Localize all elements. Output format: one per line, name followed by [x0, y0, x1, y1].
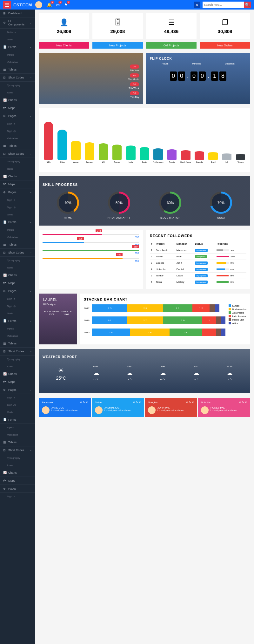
nav-item[interactable]: ⊕Pages⌄ — [0, 485, 35, 493]
nav-subitem[interactable]: Inputs — [0, 424, 35, 431]
nav-item[interactable]: ▦Tables — [0, 142, 35, 150]
nav-subitem[interactable]: Sign Up — [0, 204, 35, 211]
nav-item[interactable]: ⊡Short Codes⌄ — [0, 446, 35, 454]
collapse-button[interactable]: ✕ — [194, 2, 200, 8]
nav-subitem[interactable]: Sign In — [0, 295, 35, 302]
stat-label-button[interactable]: New Clients — [39, 42, 89, 49]
bar3d: Canada — [193, 151, 205, 163]
nav-subitem[interactable]: Validation — [0, 431, 35, 438]
nav-item[interactable]: 📈Charts — [0, 96, 35, 104]
nav-subitem[interactable]: Typography — [0, 158, 35, 165]
nav-subitem[interactable]: Icons — [0, 363, 35, 370]
search-button[interactable]: 🔍 — [244, 2, 251, 8]
social-card[interactable]: Twitter⊕ ✎ ✕JASMIN JOELorem ipsum dolor … — [92, 398, 144, 417]
nav-item[interactable]: 📈Charts — [0, 469, 35, 477]
search-input[interactable] — [203, 2, 244, 8]
nav-subitem[interactable]: Typography — [0, 454, 35, 462]
nav-subitem[interactable]: Grids — [0, 409, 35, 416]
nav-item[interactable]: 📈Charts — [0, 271, 35, 279]
nav-subitem[interactable]: Inputs — [0, 325, 35, 332]
nav-item[interactable]: ▦Tables — [0, 66, 35, 74]
nav-item[interactable]: 📄Forms⌄ — [0, 43, 35, 51]
nav-item[interactable]: ⊞Dashboard — [0, 10, 35, 17]
stacked-segment: 2.6 — [92, 316, 127, 324]
nav-subitem[interactable]: Icons — [0, 264, 35, 271]
social-card[interactable]: Google+⊕ ✎ ✕JOHN PALLorem ipsum dolor si… — [145, 398, 197, 417]
nav-item[interactable]: 🗺Maps — [0, 477, 35, 485]
nav-item[interactable]: 📄Forms⌄ — [0, 317, 35, 325]
nav-item[interactable]: ▦Tables — [0, 340, 35, 348]
skill-item: 70%CSS3 — [210, 192, 232, 219]
nav-item[interactable]: ▦Tables — [0, 241, 35, 249]
nav-subitem[interactable]: Icons — [0, 165, 35, 173]
flag-icon[interactable]: ⚑9 — [64, 3, 68, 7]
nav-item[interactable]: 📄Forms⌄ — [0, 218, 35, 226]
nav-subitem[interactable]: Icons — [0, 89, 35, 96]
stacked-segment — [215, 304, 219, 312]
nav-subitem[interactable]: Sign In — [0, 394, 35, 401]
nav-item[interactable]: 🗺Maps — [0, 279, 35, 287]
mail-icon[interactable]: ✉3 — [56, 3, 60, 7]
time-pill: 40 — [130, 73, 139, 78]
nav-label: UI Components — [8, 20, 28, 26]
nav-subitem[interactable]: Grids — [0, 36, 35, 43]
nav-item[interactable]: 🗺Maps — [0, 180, 35, 188]
nav-subitem[interactable]: Typography — [0, 82, 35, 89]
social-card[interactable]: Dribbble⊕ ✎ ✕HONEY PALLorem ipsum dolor … — [198, 398, 250, 417]
nav-subitem[interactable]: Grids — [0, 211, 35, 218]
social-icons[interactable]: ⊕ ✎ ✕ — [80, 401, 88, 404]
social-icons[interactable]: ⊕ ✎ ✕ — [186, 401, 194, 404]
nav-item[interactable]: ⊡Short Codes⌄ — [0, 249, 35, 257]
avatar[interactable] — [35, 1, 42, 8]
nav-subitem[interactable]: Inputs — [0, 51, 35, 58]
bar3d-label: Russia — [169, 161, 175, 163]
social-icons[interactable]: ⊕ ✎ ✕ — [239, 401, 247, 404]
social-card[interactable]: Facebook⊕ ✎ ✕JANE DOELorem ipsum dolor s… — [39, 398, 91, 417]
tweets-label: TWEETS — [61, 310, 71, 313]
nav-item[interactable]: ⊡Short Codes⌄ — [0, 74, 35, 82]
nav-subitem[interactable]: Validation — [0, 234, 35, 241]
skills-title: SKILL PROGRESS — [43, 183, 246, 186]
nav-icon: ⊡ — [3, 152, 6, 155]
nav-subitem[interactable]: Buttons — [0, 29, 35, 36]
stat-label-button[interactable]: New Projects — [92, 42, 143, 49]
nav-subitem[interactable]: Validation — [0, 135, 35, 142]
nav-item[interactable]: ⊡Short Codes⌄ — [0, 348, 35, 356]
nav-item[interactable]: 📄Forms⌄ — [0, 416, 35, 424]
nav-item[interactable]: 🗺Maps — [0, 378, 35, 386]
bell-icon[interactable]: 🔔4 — [47, 3, 52, 7]
nav-subitem[interactable]: Typography — [0, 356, 35, 363]
nav-item[interactable]: ▦Tables — [0, 438, 35, 446]
nav-subitem[interactable]: Inputs — [0, 226, 35, 234]
social-icons[interactable]: ⊕ ✎ ✕ — [133, 401, 141, 404]
nav-item[interactable]: ⊕Pages⌄ — [0, 112, 35, 120]
bar3d: Germany — [84, 142, 96, 163]
stat-label-button[interactable]: Old Projects — [146, 42, 197, 49]
menu-toggle-button[interactable]: ☰ — [3, 1, 11, 9]
nav-subitem[interactable]: Sign Up — [0, 302, 35, 310]
stat-icon: 👤 — [39, 18, 89, 27]
bar3d-label: Taiwan — [237, 161, 244, 163]
nav-subitem[interactable]: Sign In — [0, 493, 35, 500]
nav-item[interactable]: ⊕Pages⌄ — [0, 188, 35, 196]
nav-item[interactable]: ⚙UI Components⌄ — [0, 17, 35, 29]
nav-label: Forms — [8, 319, 17, 322]
stat-label-button[interactable]: New Orders — [200, 42, 250, 49]
nav-subitem[interactable]: Sign Up — [0, 401, 35, 409]
nav-subitem[interactable]: Sign In — [0, 120, 35, 127]
nav-item[interactable]: 🗺Maps — [0, 104, 35, 112]
nav-item[interactable]: ⊕Pages⌄ — [0, 386, 35, 394]
nav-item[interactable]: 📈Charts — [0, 370, 35, 378]
nav-subitem[interactable]: Typography — [0, 257, 35, 264]
nav-subitem[interactable]: Sign In — [0, 196, 35, 204]
nav-item[interactable]: ⊕Pages⌄ — [0, 287, 35, 295]
nav-subitem[interactable]: Validation — [0, 332, 35, 340]
skill-item: 60%ILLUSTRATOR — [159, 192, 181, 219]
social-name: JASMIN JOE — [104, 406, 131, 409]
nav-item[interactable]: ⊡Short Codes⌄ — [0, 150, 35, 158]
nav-item[interactable]: 📈Charts — [0, 173, 35, 180]
nav-subitem[interactable]: Grids — [0, 310, 35, 317]
nav-subitem[interactable]: Sign Up — [0, 127, 35, 135]
nav-subitem[interactable]: Validation — [0, 58, 35, 66]
nav-subitem[interactable]: Icons — [0, 462, 35, 469]
